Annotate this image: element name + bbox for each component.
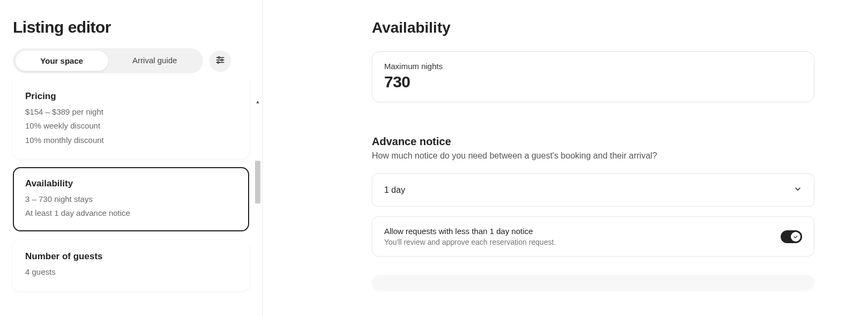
card-guests-line1: 4 guests <box>25 265 237 279</box>
sidebar: Listing editor Your space Arrival guide <box>0 0 263 316</box>
card-guests-title: Number of guests <box>25 251 237 262</box>
scroll-thumb[interactable] <box>255 161 260 204</box>
scroll-up-icon[interactable]: ▲ <box>255 99 261 105</box>
chevron-down-icon <box>794 185 802 195</box>
tab-arrival-guide[interactable]: Arrival guide <box>109 50 201 71</box>
tab-your-space[interactable]: Your space <box>15 50 109 71</box>
check-icon <box>793 232 798 242</box>
main-title: Availability <box>372 19 814 36</box>
settings-button[interactable] <box>209 50 231 72</box>
advance-notice-title: Advance notice <box>372 136 814 148</box>
card-pricing-line2: 10% weekly discount <box>25 119 237 133</box>
svg-point-1 <box>218 57 220 58</box>
tab-row: Your space Arrival guide <box>0 48 262 81</box>
card-pricing-line3: 10% monthly discount <box>25 133 237 147</box>
advance-notice-selected: 1 day <box>384 185 405 195</box>
svg-point-5 <box>218 62 219 63</box>
card-pricing-title: Pricing <box>25 91 237 102</box>
next-section-placeholder <box>372 275 814 291</box>
page-title: Listing editor <box>13 18 249 36</box>
max-nights-value: 730 <box>384 73 802 91</box>
sliders-icon <box>215 55 225 67</box>
advance-notice-select[interactable]: 1 day <box>372 174 814 207</box>
cards-list: Pricing $154 – $389 per night 10% weekly… <box>0 81 262 316</box>
card-availability-title: Availability <box>25 178 237 189</box>
advance-notice-sub: How much notice do you need between a gu… <box>372 151 814 161</box>
toggle-knob <box>791 232 800 242</box>
main-panel: Availability Maximum nights 730 Advance … <box>263 0 868 316</box>
card-pricing-line1: $154 – $389 per night <box>25 105 237 119</box>
max-nights-card[interactable]: Maximum nights 730 <box>372 51 814 102</box>
card-availability[interactable]: Availability 3 – 730 night stays At leas… <box>13 167 249 232</box>
card-availability-line2: At least 1 day advance notice <box>25 206 237 220</box>
allow-requests-label: Allow requests with less than 1 day noti… <box>384 227 556 236</box>
max-nights-label: Maximum nights <box>384 62 802 71</box>
svg-point-3 <box>221 59 223 61</box>
allow-requests-row: Allow requests with less than 1 day noti… <box>372 216 814 257</box>
card-availability-line1: 3 – 730 night stays <box>25 192 237 206</box>
tabs-pill: Your space Arrival guide <box>13 48 203 73</box>
scroll-track[interactable] <box>255 105 261 304</box>
allow-requests-sub: You'll review and approve each reservati… <box>384 238 556 246</box>
allow-requests-toggle[interactable] <box>781 230 802 243</box>
card-guests[interactable]: Number of guests 4 guests <box>13 240 249 290</box>
scrollbar[interactable]: ▲ <box>255 99 261 311</box>
card-pricing[interactable]: Pricing $154 – $389 per night 10% weekly… <box>13 81 249 159</box>
